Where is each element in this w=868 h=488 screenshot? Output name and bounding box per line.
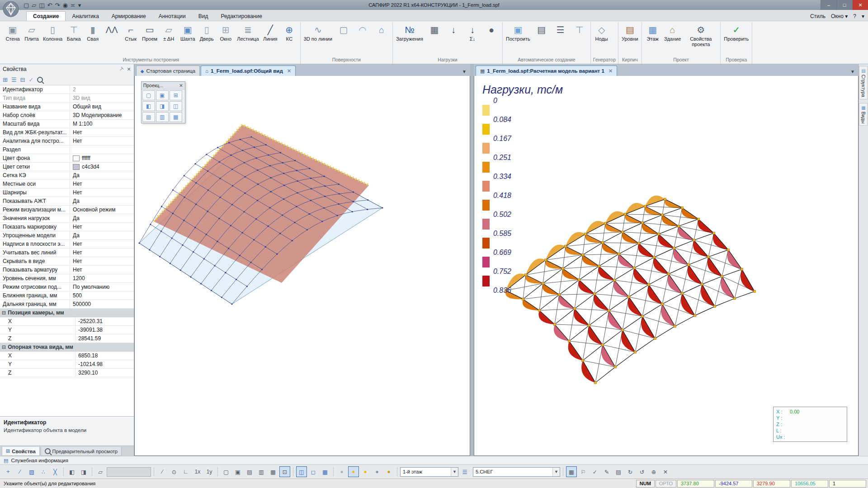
property-row[interactable]: Тип вида 3D вид [0, 94, 134, 103]
property-row[interactable]: Местные оси Нет [0, 180, 134, 188]
ribbon-tab[interactable]: Армирование [105, 12, 152, 21]
ribbon-button[interactable]: ▱ Плита [22, 22, 41, 43]
layers-panel-icon[interactable]: ▤ [613, 466, 624, 477]
save-icon[interactable]: ◫ [39, 2, 44, 9]
search-icon[interactable] [37, 77, 43, 83]
roof-button[interactable]: ⌂ [372, 22, 391, 38]
clip-box-icon[interactable]: ◧ [66, 466, 77, 477]
ribbon-button[interactable]: ▣ Стена [3, 22, 22, 43]
property-row[interactable]: X 6850.18 [0, 352, 134, 360]
property-row[interactable]: Цвет сетки c4c3d4 [0, 163, 134, 171]
collapse-all-icon[interactable]: ⊟ [20, 76, 25, 83]
stamp-load-button[interactable]: ▦ [425, 22, 444, 38]
numbered-mode-icon[interactable]: ⊡ [279, 466, 290, 477]
stack-button[interactable]: ▤ [532, 22, 551, 38]
group-by-category-icon[interactable]: ⊞ [3, 76, 8, 83]
chevron-down-icon[interactable]: ▼ [552, 468, 560, 476]
hidden-line-mode-icon[interactable]: ▤ [244, 466, 255, 477]
measure-icon[interactable]: ≍ [71, 2, 75, 9]
ribbon-button[interactable]: ≣ Лестница [235, 22, 261, 43]
slope-value-input[interactable] [107, 467, 151, 477]
ribbon-tab[interactable]: Редактирование [214, 12, 268, 21]
projection-button[interactable]: ▥ [156, 112, 169, 122]
open-file-icon[interactable]: ▱ [32, 2, 36, 9]
property-row[interactable]: Аналитика для постро... Нет [0, 137, 134, 145]
help-icon[interactable]: ? [853, 13, 856, 19]
projection-button[interactable]: ▢ [142, 90, 155, 100]
tab-close-icon[interactable]: ✕ [287, 68, 292, 74]
property-row[interactable]: Шарниры Нет [0, 188, 134, 197]
property-row[interactable]: Показывать АЖТ Да [0, 197, 134, 206]
property-row[interactable]: Раздел [0, 145, 134, 154]
ribbon-button[interactable]: ▤ Уровни [620, 22, 640, 43]
list-view-icon[interactable]: ☰ [11, 76, 17, 83]
property-row[interactable]: Z 28541.59 [0, 334, 134, 343]
extrude-button[interactable]: ▢ [334, 22, 353, 38]
property-row[interactable]: Масштаб вида М 1:100 [0, 120, 134, 128]
ribbon-button[interactable]: ▯ Дверь [197, 22, 216, 43]
snap-intersection-icon[interactable]: ╳ [50, 466, 61, 477]
ribbon-button[interactable]: ▦ Этаж [643, 22, 662, 43]
property-row[interactable]: Скрывать в виде Нет [0, 257, 134, 266]
property-row[interactable]: Режим отрисовки под... По умолчанию [0, 283, 134, 291]
projection-button[interactable]: ◨ [156, 101, 169, 111]
list-button[interactable]: ☰ [551, 22, 570, 38]
snap-line-icon[interactable]: ∕ [14, 466, 25, 477]
property-row[interactable]: Учитывать вес линий Нет [0, 249, 134, 257]
projection-button[interactable]: ⊞ [170, 90, 182, 100]
rotate-cw-icon[interactable]: ↻ [625, 466, 636, 477]
redo-icon[interactable]: ↷ [55, 2, 60, 9]
pin-icon[interactable]: ⊤ [118, 66, 125, 73]
section-box-icon[interactable]: ◫ [296, 466, 307, 477]
tab-preview[interactable]: Предварительный просмотр [41, 447, 122, 456]
snap-point-icon[interactable]: + [3, 466, 14, 477]
flag-y-icon[interactable]: ⚐ [578, 466, 589, 477]
close-button[interactable]: ✕ [852, 0, 868, 10]
tab-properties[interactable]: ⊞ Свойства [2, 447, 40, 456]
scale-y-icon[interactable]: 1y [204, 466, 215, 477]
flag-check-icon[interactable]: ✓ [590, 466, 600, 477]
cancel-icon[interactable]: ✕ [660, 466, 671, 477]
section-grid-icon[interactable]: ▦ [320, 466, 330, 477]
textured-mode-icon[interactable]: ▥ [256, 466, 267, 477]
tab-start-page[interactable]: ◆ Стартовая страница [136, 66, 200, 76]
snap-nodes-icon[interactable]: ∴ [38, 466, 49, 477]
loadcase-select[interactable]: 5.СНЕГ ▼ [473, 467, 560, 477]
qat-customize-icon[interactable]: ▾ [78, 2, 81, 9]
ribbon-button[interactable]: ✓ Проверить [722, 22, 750, 43]
maximize-button[interactable]: □ [836, 0, 852, 10]
collapse-icon[interactable]: ⊟ [2, 343, 6, 351]
zoom-extents-icon[interactable]: ⊕ [648, 466, 659, 477]
lamp-selected-icon[interactable]: ● [348, 466, 359, 477]
render-icon[interactable]: ◉ [62, 2, 67, 9]
ribbon-button[interactable]: ▭ Проем [140, 22, 159, 43]
tab-views[interactable]: ▦ Виды [859, 103, 868, 126]
service-info-bar[interactable]: ▤ Служебная информация [0, 456, 868, 465]
point-load-button[interactable]: ↓ [444, 22, 463, 38]
snap-grid-icon[interactable]: ▨ [26, 466, 37, 477]
ribbon-button[interactable]: ▣ Построить [504, 22, 532, 43]
ribbon-button[interactable]: ◇ Ноды [592, 22, 611, 43]
analytic-mode-icon[interactable]: ▦ [268, 466, 278, 477]
floor-layers-icon[interactable]: ☰ [459, 466, 470, 477]
property-row[interactable]: Y -39091.38 [0, 326, 134, 334]
property-row[interactable]: Уровень сечения, мм 1200 [0, 274, 134, 283]
property-row[interactable]: X -25220.31 [0, 317, 134, 326]
ribbon-tab[interactable]: Аналитика [66, 12, 105, 21]
tab-structure[interactable]: ▤ Структура [859, 66, 868, 99]
tab-close-icon[interactable]: ✕ [609, 68, 613, 74]
floor-select[interactable]: 1-й этаж ▼ [400, 467, 458, 477]
minimize-button[interactable]: – [821, 0, 836, 10]
ribbon-button[interactable]: ╱ Линия [261, 22, 280, 43]
viewport-splitter[interactable] [470, 64, 474, 456]
edit-icon[interactable]: ✎ [601, 466, 612, 477]
scale-x-icon[interactable]: 1x [192, 466, 203, 477]
crane-button[interactable]: ⊤ [570, 22, 589, 38]
section-plane-icon[interactable]: ◻ [308, 466, 319, 477]
property-row[interactable]: Упрощенные модели Да [0, 231, 134, 240]
new-file-icon[interactable]: ▢ [24, 2, 29, 9]
panel-close-icon[interactable]: ✕ [127, 66, 131, 72]
property-row[interactable]: Надписи в плоскости э... Нет [0, 240, 134, 249]
tab-analysis-model[interactable]: ▦ 1_Ferm_load.spf:Расчетная модель вариа… [476, 66, 618, 76]
palette-close-icon[interactable]: ✕ [179, 83, 183, 88]
